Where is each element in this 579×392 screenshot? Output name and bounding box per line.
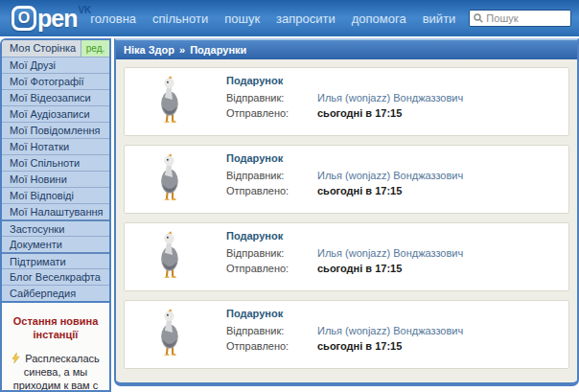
gift-card: Подарунок Відправник:Илья (wonjazz) Вонд… bbox=[124, 145, 569, 214]
gift-sent-time: сьогодні в 17:15 bbox=[317, 183, 402, 198]
sidebar-item-apps[interactable]: Застосунки bbox=[2, 219, 109, 236]
news-title: Остання новина інстанції bbox=[7, 314, 104, 341]
gift-sender-link[interactable]: Илья (wonjazz) Вонджаззович bbox=[317, 323, 463, 338]
news-text: Расплескалась синева, а мы приходим к ва… bbox=[7, 352, 104, 392]
goose-icon bbox=[151, 153, 191, 205]
logo-text: pen bbox=[37, 7, 77, 31]
nav-logout[interactable]: вийти bbox=[423, 12, 456, 26]
sidebar-item-replies[interactable]: Мої Відповіді bbox=[2, 187, 109, 203]
gift-image[interactable] bbox=[132, 72, 209, 131]
sidebar-item-cyberpedia[interactable]: Сайберпедия bbox=[2, 285, 109, 301]
gift-card: Подарунок Відправник:Илья (wonjazz) Вонд… bbox=[124, 300, 569, 369]
breadcrumb: Ніка Здор » Подарунки bbox=[116, 40, 577, 59]
sidebar-item-my-page[interactable]: Моя Сторінка ред. bbox=[2, 40, 109, 57]
gift-list: Подарунок Відправник:Илья (wonjazz) Вонд… bbox=[116, 59, 577, 377]
nav-home[interactable]: головна bbox=[90, 12, 136, 26]
sidebar-item-documents[interactable]: Документи bbox=[2, 236, 109, 252]
gift-info: Подарунок Відправник:Илья (wonjazz) Вонд… bbox=[226, 150, 463, 198]
nav-groups[interactable]: спільноти bbox=[152, 12, 208, 26]
app-logo[interactable]: O pen VK bbox=[12, 6, 90, 31]
breadcrumb-page: Подарунки bbox=[190, 40, 246, 59]
gift-sender-link[interactable]: Илья (wonjazz) Вонджаззович bbox=[317, 245, 463, 261]
sender-label: Відправник: bbox=[226, 168, 317, 183]
sent-label: Отправлено: bbox=[226, 183, 317, 198]
sidebar-item-settings[interactable]: Мої Налаштування bbox=[2, 203, 109, 219]
logo-vk-superscript: VK bbox=[78, 5, 91, 15]
goose-icon bbox=[151, 309, 191, 360]
sidebar-menu: Моя Сторінка ред. Мої Друзі Мої Фотограф… bbox=[2, 40, 109, 303]
sidebar-item-donate[interactable]: Підтримати bbox=[2, 252, 109, 268]
gift-info: Подарунок Відправник:Илья (wonjazz) Вонд… bbox=[226, 227, 463, 276]
gift-sent-time: сьогодні в 17:15 bbox=[317, 338, 402, 354]
sidebar: Моя Сторінка ред. Мої Друзі Мої Фотограф… bbox=[0, 38, 111, 392]
gift-card: Подарунок Відправник:Илья (wonjazz) Вонд… bbox=[124, 67, 569, 136]
gift-sender-link[interactable]: Илья (wonjazz) Вонджаззович bbox=[317, 168, 463, 183]
sidebar-item-notes[interactable]: Мої Нотатки bbox=[2, 138, 109, 154]
gift-image[interactable] bbox=[132, 150, 209, 209]
search-icon bbox=[474, 13, 483, 23]
edit-profile-badge[interactable]: ред. bbox=[81, 40, 109, 57]
lightning-icon bbox=[12, 353, 20, 363]
top-nav: головна спільноти пошук запросити допомо… bbox=[90, 12, 455, 26]
sent-label: Отправлено: bbox=[226, 338, 317, 354]
sidebar-news-block: Остання новина інстанції Расплескалась с… bbox=[2, 303, 109, 392]
gift-image[interactable] bbox=[132, 227, 209, 287]
top-header: O pen VK головна спільноти пошук запроси… bbox=[0, 0, 579, 36]
goose-icon bbox=[151, 231, 191, 283]
gift-image[interactable] bbox=[132, 305, 209, 364]
sidebar-item-photos[interactable]: Мої Фотографії bbox=[2, 73, 109, 89]
goose-icon bbox=[151, 76, 191, 127]
sent-label: Отправлено: bbox=[226, 105, 317, 121]
sidebar-item-videos[interactable]: Мої Відеозаписи bbox=[2, 89, 109, 105]
gift-sent-time: сьогодні в 17:15 bbox=[317, 261, 402, 276]
search-box[interactable] bbox=[469, 10, 571, 27]
gift-title-link[interactable]: Подарунок bbox=[226, 75, 463, 86]
sidebar-item-audios[interactable]: Мої Аудіозаписи bbox=[2, 105, 109, 122]
gift-info: Подарунок Відправник:Илья (wonjazz) Вонд… bbox=[226, 305, 463, 354]
gift-title-link[interactable]: Подарунок bbox=[226, 152, 463, 164]
sidebar-item-messages[interactable]: Мої Повідомлення bbox=[2, 122, 109, 138]
gift-title-link[interactable]: Подарунок bbox=[226, 308, 463, 319]
gift-sender-link[interactable]: Илья (wonjazz) Вонджаззович bbox=[317, 90, 463, 105]
gift-card: Подарунок Відправник:Илья (wonjazz) Вонд… bbox=[124, 222, 569, 291]
sidebar-item-groups[interactable]: Мої Спільноти bbox=[2, 154, 109, 171]
sender-label: Відправник: bbox=[226, 90, 317, 105]
gift-title-link[interactable]: Подарунок bbox=[226, 230, 463, 242]
sent-label: Отправлено: bbox=[226, 261, 317, 276]
my-page-label[interactable]: Моя Сторінка bbox=[2, 40, 81, 57]
logo-o-icon: O bbox=[12, 6, 36, 31]
sidebar-item-blog[interactable]: Блог Веселкрафта bbox=[2, 268, 109, 285]
sidebar-item-friends[interactable]: Мої Друзі bbox=[2, 57, 109, 73]
sender-label: Відправник: bbox=[226, 245, 317, 261]
sidebar-item-news[interactable]: Мої Новини bbox=[2, 171, 109, 187]
breadcrumb-user[interactable]: Ніка Здор bbox=[124, 40, 174, 59]
gift-sent-time: сьогодні в 17:15 bbox=[317, 105, 402, 121]
breadcrumb-separator: » bbox=[179, 40, 185, 59]
nav-search[interactable]: пошук bbox=[224, 12, 260, 26]
sender-label: Відправник: bbox=[226, 323, 317, 338]
main-content: Ніка Здор » Подарунки bbox=[114, 38, 579, 386]
nav-help[interactable]: допомога bbox=[352, 12, 406, 26]
gift-info: Подарунок Відправник:Илья (wonjazz) Вонд… bbox=[226, 72, 463, 121]
nav-invite[interactable]: запросити bbox=[276, 12, 336, 26]
search-input[interactable] bbox=[486, 12, 567, 24]
